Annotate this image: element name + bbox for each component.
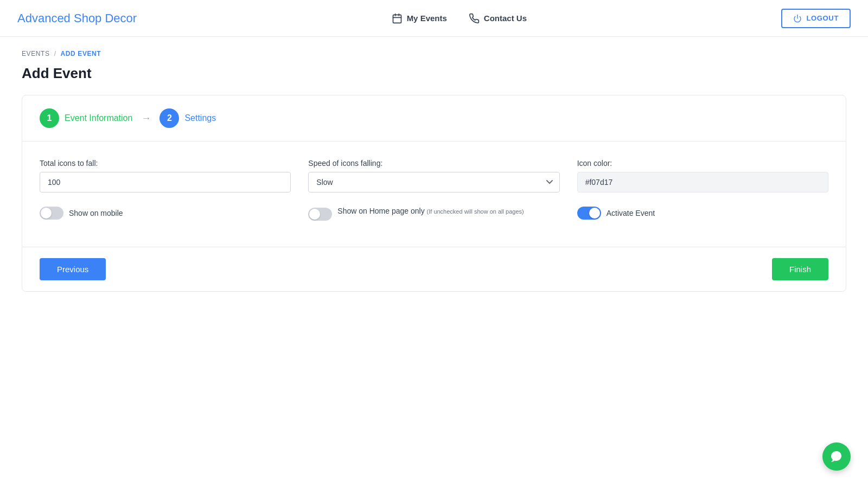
form-row-2: Show on mobile Show on Home page only (I… <box>40 206 828 221</box>
step-1: 1 Event Information <box>40 108 132 128</box>
show-homepage-note: (If unchecked will show on all pages) <box>427 208 524 215</box>
activate-event-thumb <box>589 208 600 219</box>
breadcrumb-area: EVENTS / ADD EVENT <box>0 37 868 62</box>
step-1-circle: 1 <box>40 108 59 128</box>
show-homepage-text: Show on Home page only <box>337 207 424 215</box>
icon-color-input[interactable] <box>577 172 828 192</box>
page-title: Add Event <box>0 62 868 82</box>
finish-button[interactable]: Finish <box>772 258 828 280</box>
step-arrow: → <box>141 113 151 124</box>
icon-color-label: Icon color: <box>577 159 828 168</box>
show-homepage-toggle[interactable] <box>308 208 332 221</box>
step-2-circle: 2 <box>159 108 179 128</box>
contact-us-label: Contact Us <box>484 14 527 23</box>
speed-label: Speed of icons falling: <box>308 159 559 168</box>
phone-icon <box>469 13 480 24</box>
speed-group: Speed of icons falling: Slow Medium Fast <box>308 159 559 192</box>
header: Advanced Shop Decor My Events Contact Us… <box>0 0 868 37</box>
logout-label: LOGOUT <box>806 14 839 22</box>
calendar-icon <box>392 13 403 24</box>
icon-color-group: Icon color: <box>577 159 828 192</box>
previous-button[interactable]: Previous <box>40 258 106 280</box>
breadcrumb: EVENTS / ADD EVENT <box>22 50 846 57</box>
form-area: Total icons to fall: Speed of icons fall… <box>22 142 846 247</box>
activate-event-toggle[interactable] <box>577 207 601 220</box>
total-icons-label: Total icons to fall: <box>40 159 291 168</box>
power-icon <box>793 14 802 23</box>
breadcrumb-events[interactable]: EVENTS <box>22 50 50 57</box>
form-row-1: Total icons to fall: Speed of icons fall… <box>40 159 828 192</box>
activate-event-label: Activate Event <box>607 209 655 217</box>
show-homepage-group: Show on Home page only (If unchecked wil… <box>308 206 559 221</box>
show-homepage-label: Show on Home page only (If unchecked wil… <box>337 207 524 215</box>
step-1-label: Event Information <box>65 113 132 123</box>
logo-light: Shop Decor <box>71 11 137 25</box>
step-2-label: Settings <box>184 113 216 123</box>
my-events-label: My Events <box>407 14 447 23</box>
show-mobile-toggle[interactable] <box>40 207 63 220</box>
show-mobile-group: Show on mobile <box>40 206 291 221</box>
show-mobile-thumb <box>41 208 52 219</box>
contact-us-link[interactable]: Contact Us <box>469 13 527 24</box>
breadcrumb-separator: / <box>54 50 56 57</box>
main-card: 1 Event Information → 2 Settings Total i… <box>22 95 846 292</box>
total-icons-input[interactable] <box>40 172 291 192</box>
my-events-link[interactable]: My Events <box>392 13 447 24</box>
show-mobile-label: Show on mobile <box>69 209 123 217</box>
main-nav: My Events Contact Us <box>392 13 527 24</box>
card-footer: Previous Finish <box>22 247 846 291</box>
logo: Advanced Shop Decor <box>17 11 137 25</box>
step-2: 2 Settings <box>159 108 216 128</box>
stepper: 1 Event Information → 2 Settings <box>22 95 846 142</box>
logout-button[interactable]: LOGOUT <box>781 9 851 28</box>
total-icons-group: Total icons to fall: <box>40 159 291 192</box>
logo-bold: Advanced <box>17 11 71 25</box>
breadcrumb-add-event: ADD EVENT <box>61 50 101 57</box>
speed-select[interactable]: Slow Medium Fast <box>308 172 559 192</box>
svg-rect-0 <box>393 15 401 23</box>
activate-event-group: Activate Event <box>577 206 828 221</box>
